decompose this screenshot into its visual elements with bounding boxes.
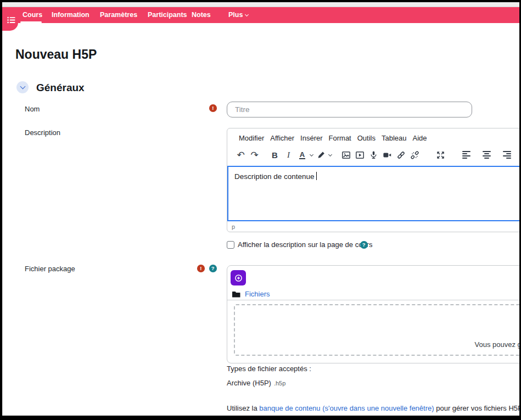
undo-icon[interactable]: ↶ xyxy=(234,148,248,161)
highlighter-icon[interactable] xyxy=(314,148,328,161)
course-navbar: Cours Information Paramètres Participant… xyxy=(2,7,519,23)
window-left-edge xyxy=(2,7,3,416)
media-icon[interactable] xyxy=(353,148,367,161)
page-title: Nouveau H5P xyxy=(15,47,97,62)
menu-format[interactable]: Format xyxy=(329,134,351,144)
content-bank-row: Utilisez la banque de contenu (s'ouvre d… xyxy=(227,404,521,412)
course-index-toggle-icon[interactable] xyxy=(7,16,15,24)
editor-status-bar: p xyxy=(227,221,521,232)
editor-menubar: Modifier Afficher Insérer Format Outils … xyxy=(227,128,521,144)
tab-notes[interactable]: Notes xyxy=(192,7,211,23)
dropzone-hint: Vous pouvez glisser des fichiers ici pou… xyxy=(475,340,521,349)
editor-toolbar: ↶ ↷ B I A xyxy=(227,144,521,166)
package-field-label: Fichier package xyxy=(25,265,75,273)
folder-icon xyxy=(232,291,240,298)
filepicker-divider xyxy=(227,300,521,300)
chevron-down-icon xyxy=(20,84,25,89)
align-right-icon[interactable] xyxy=(500,148,514,161)
tab-participants[interactable]: Participants xyxy=(148,7,187,23)
chevron-down-icon[interactable] xyxy=(310,152,313,156)
window-top-strip xyxy=(2,2,519,7)
rich-text-editor: Modifier Afficher Insérer Format Outils … xyxy=(227,128,521,232)
help-icon[interactable]: ? xyxy=(209,265,217,272)
link-icon[interactable] xyxy=(394,148,408,161)
files-link-label: Fichiers xyxy=(245,290,270,298)
chevron-down-icon xyxy=(245,13,249,16)
description-field-label: Description xyxy=(25,128,60,137)
tab-plus-label: Plus xyxy=(228,11,243,19)
text-color-icon[interactable]: A xyxy=(295,148,309,161)
accepted-type-ext: .h5p xyxy=(274,380,285,387)
name-field-label: Nom xyxy=(25,105,40,113)
section-title[interactable]: Généraux xyxy=(36,82,85,94)
image-icon[interactable] xyxy=(339,148,353,161)
file-dropzone[interactable]: Vous pouvez glisser des fichiers ici pou… xyxy=(234,304,521,356)
active-tab-indicator xyxy=(20,21,42,23)
video-camera-icon[interactable] xyxy=(380,148,394,161)
editor-content-area[interactable]: Description de contenue xyxy=(227,166,521,221)
menu-inserer[interactable]: Insérer xyxy=(300,134,322,144)
menu-modifier[interactable]: Modifier xyxy=(239,134,264,144)
show-description-label: Afficher la description sur la page de c… xyxy=(238,240,372,249)
content-bank-link[interactable]: banque de contenu (s'ouvre dans une nouv… xyxy=(259,404,434,412)
fullscreen-icon[interactable] xyxy=(434,148,447,161)
accepted-type-row: Archive (H5P).h5p xyxy=(227,379,285,387)
accepted-type-name: Archive (H5P) xyxy=(227,379,271,387)
menu-outils[interactable]: Outils xyxy=(357,134,376,144)
menu-afficher[interactable]: Afficher xyxy=(270,134,294,144)
app-window: Cours Information Paramètres Participant… xyxy=(0,0,521,420)
name-input[interactable] xyxy=(227,102,472,117)
files-folder-link[interactable]: Fichiers xyxy=(232,290,270,298)
editor-element-path: p xyxy=(232,223,235,230)
italic-icon[interactable]: I xyxy=(282,148,295,161)
tab-plus[interactable]: Plus xyxy=(228,7,248,23)
align-center-icon[interactable] xyxy=(480,148,494,161)
menu-tableau[interactable]: Tableau xyxy=(382,134,407,144)
content-bank-suffix: pour gérer vos fichiers H5P xyxy=(434,404,521,412)
section-collapse-button[interactable] xyxy=(16,81,29,93)
accepted-types-label: Types de fichier acceptés : xyxy=(227,365,311,373)
file-picker: Fichiers Vous pouvez glisser des fichier… xyxy=(227,265,521,363)
unlink-icon[interactable] xyxy=(408,148,422,161)
menu-aide[interactable]: Aide xyxy=(413,134,427,144)
chevron-down-icon[interactable] xyxy=(328,152,332,156)
bold-icon[interactable]: B xyxy=(268,148,282,161)
tab-information[interactable]: Information xyxy=(52,7,89,23)
microphone-icon[interactable] xyxy=(367,148,380,161)
show-description-checkbox[interactable] xyxy=(227,241,234,249)
add-file-button[interactable] xyxy=(231,270,246,285)
align-left-icon[interactable] xyxy=(460,148,473,161)
text-cursor xyxy=(316,172,317,180)
required-icon: ! xyxy=(197,265,205,272)
editor-text: Description de contenue xyxy=(234,172,315,181)
redo-icon[interactable]: ↷ xyxy=(248,148,261,161)
content-bank-prefix: Utilisez la xyxy=(227,404,259,412)
tab-parametres[interactable]: Paramètres xyxy=(100,7,137,23)
help-icon[interactable]: ? xyxy=(360,241,368,249)
required-icon: ! xyxy=(209,104,217,112)
tab-cours[interactable]: Cours xyxy=(23,7,42,23)
